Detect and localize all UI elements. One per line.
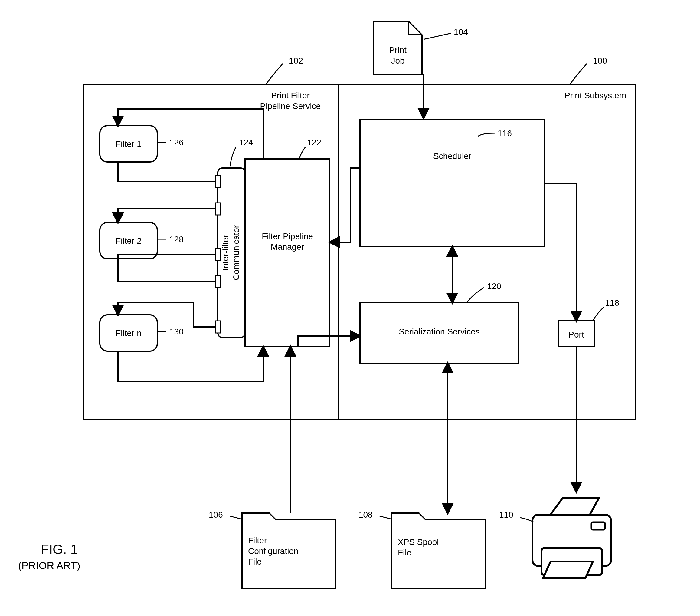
scheduler-box [360, 120, 545, 247]
svg-rect-2 [215, 248, 220, 260]
conn-filter1-out [118, 162, 215, 182]
ref-106: 106 [209, 510, 223, 519]
figure-title: FIG. 1 [41, 542, 78, 557]
pipeline-service-label-l2: Pipeline Service [260, 101, 321, 111]
port-label: Port [568, 330, 584, 339]
svg-rect-3 [215, 275, 220, 287]
ref-102: 102 [289, 56, 303, 65]
filter-config-folder: Filter Configuration File [242, 513, 336, 589]
diagram-canvas: Print Subsystem 100 Print Filter Pipelin… [0, 0, 700, 616]
serialization-label: Serialization Services [399, 327, 480, 336]
print-subsystem-label: Print Subsystem [564, 91, 626, 100]
ref-leader-104 [424, 33, 451, 39]
arrow-scheduler-port [545, 183, 576, 321]
conn-filter2-out-b [118, 259, 215, 282]
conn-comm-filter2 [118, 209, 215, 222]
xps-spool-l2: File [398, 548, 411, 557]
fpm-label-l2: Manager [271, 242, 304, 251]
arrow-scheduler-fpm [330, 168, 360, 242]
filter-pipeline-manager-box [245, 159, 330, 347]
ifc-label-l2: Communicator [232, 225, 241, 280]
svg-rect-1 [215, 203, 220, 215]
svg-rect-4 [215, 321, 220, 333]
ref-leader-122 [299, 147, 305, 158]
ref-leader-118 [593, 307, 603, 321]
print-job-l2: Job [391, 56, 404, 65]
fpm-label-l1: Filter Pipeline [262, 232, 313, 241]
xps-spool-folder: XPS Spool File [392, 513, 486, 589]
ref-leader-124 [230, 147, 236, 167]
ref-100: 100 [593, 56, 607, 65]
filter-config-l3: File [248, 557, 262, 566]
ref-leader-108 [380, 516, 392, 519]
ref-122: 122 [307, 138, 321, 147]
conn-filtern-fpm [118, 347, 263, 381]
ref-116: 116 [498, 129, 512, 138]
figure-subtitle: (PRIOR ART) [18, 560, 80, 571]
print-subsystem-box [83, 85, 635, 419]
printer-icon [533, 498, 611, 578]
filter1-label: Filter 1 [115, 139, 141, 149]
ref-120: 120 [487, 282, 501, 291]
ref-leader-100 [570, 64, 587, 84]
scheduler-label: Scheduler [433, 151, 471, 161]
ref-leader-120 [467, 287, 484, 302]
filter-config-l2: Configuration [248, 546, 299, 556]
print-job-doc: Print Job [374, 21, 422, 74]
filter2-label: Filter 2 [115, 236, 141, 246]
xps-spool-l1: XPS Spool [398, 537, 439, 547]
ref-124: 124 [239, 138, 253, 147]
svg-rect-0 [215, 175, 220, 188]
ref-128: 128 [170, 235, 184, 244]
svg-rect-7 [591, 522, 605, 530]
ref-110: 110 [499, 510, 513, 519]
ref-108: 108 [359, 510, 373, 519]
filtern-label: Filter n [115, 329, 141, 338]
filter-config-l1: Filter [248, 536, 267, 545]
ref-104: 104 [454, 27, 468, 37]
ref-126: 126 [170, 138, 184, 147]
ref-leader-102 [266, 64, 283, 84]
ifc-label-l1: Inter-filter [221, 235, 230, 271]
ref-leader-106 [230, 516, 242, 519]
pipeline-service-label-l1: Print Filter [271, 91, 310, 100]
print-job-l1: Print [389, 46, 407, 55]
ref-118: 118 [605, 298, 619, 308]
ref-130: 130 [170, 327, 184, 336]
